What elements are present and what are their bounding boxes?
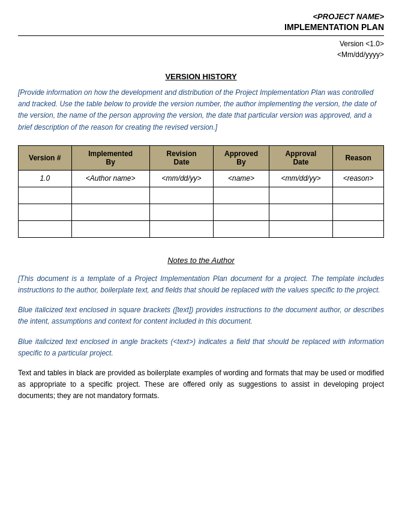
- table-cell: [71, 204, 149, 220]
- notes-section: Notes to the Author [This document is a …: [18, 256, 384, 402]
- table-cell: [269, 187, 333, 204]
- version-date-value: <Mm/dd/yyyy>: [18, 49, 384, 60]
- table-cell: [333, 187, 384, 204]
- notes-paragraph: Text and tables in black are provided as…: [18, 367, 384, 402]
- col-revision: RevisionDate: [149, 145, 214, 170]
- table-row: 1.0<Author name><mm/dd/yy><name><mm/dd/y…: [19, 170, 384, 187]
- table-cell: <mm/dd/yy>: [269, 170, 333, 187]
- table-row: [19, 204, 384, 220]
- table-header-row: Version # ImplementedBy RevisionDate App…: [19, 145, 384, 170]
- table-cell: [214, 220, 269, 237]
- table-row: [19, 187, 384, 204]
- version-table: Version # ImplementedBy RevisionDate App…: [18, 145, 384, 238]
- project-name: <PROJECT NAME>: [18, 12, 384, 21]
- page-container: <PROJECT NAME> IMPLEMENTATION PLAN Versi…: [0, 0, 408, 428]
- table-cell: [333, 220, 384, 237]
- table-cell: [269, 204, 333, 220]
- table-cell: [149, 204, 214, 220]
- version-date: Version <1.0> <Mm/dd/yyyy>: [18, 38, 384, 60]
- col-version: Version #: [19, 145, 72, 170]
- table-cell: <reason>: [333, 170, 384, 187]
- table-cell: [71, 187, 149, 204]
- table-cell: [269, 220, 333, 237]
- table-cell: [71, 220, 149, 237]
- col-approval-date: ApprovalDate: [269, 145, 333, 170]
- notes-paragraph: [This document is a template of a Projec…: [18, 273, 384, 296]
- table-row: [19, 220, 384, 237]
- col-approved: ApprovedBy: [214, 145, 269, 170]
- table-cell: [333, 204, 384, 220]
- table-cell: [149, 187, 214, 204]
- table-cell: 1.0: [19, 170, 72, 187]
- notes-paragraph: Blue italicized text enclosed in square …: [18, 304, 384, 327]
- header-divider: [18, 35, 384, 36]
- table-cell: <Author name>: [71, 170, 149, 187]
- table-cell: <mm/dd/yy>: [149, 170, 214, 187]
- notes-title: Notes to the Author: [18, 256, 384, 265]
- table-cell: [19, 187, 72, 204]
- header: <PROJECT NAME> IMPLEMENTATION PLAN: [18, 12, 384, 32]
- col-reason: Reason: [333, 145, 384, 170]
- version-history-title: VERSION HISTORY: [18, 72, 384, 81]
- notes-paragraph: Blue italicized text enclosed in angle b…: [18, 336, 384, 359]
- table-cell: [214, 187, 269, 204]
- table-cell: [149, 220, 214, 237]
- intro-text: [Provide information on how the developm…: [18, 87, 384, 133]
- table-cell: <name>: [214, 170, 269, 187]
- version-number: Version <1.0>: [18, 38, 384, 49]
- table-cell: [19, 204, 72, 220]
- table-cell: [214, 204, 269, 220]
- doc-title: IMPLEMENTATION PLAN: [18, 22, 384, 32]
- table-cell: [19, 220, 72, 237]
- col-implemented: ImplementedBy: [71, 145, 149, 170]
